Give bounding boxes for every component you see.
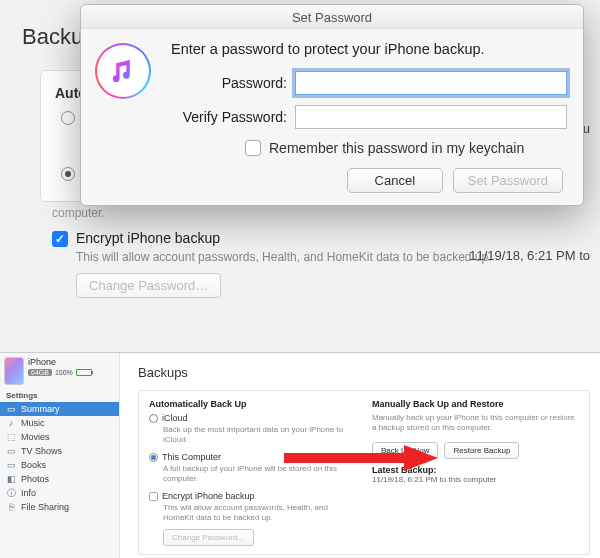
storage-badge: 64GB xyxy=(28,369,52,376)
summary-icon: ▭ xyxy=(6,404,16,414)
set-password-button[interactable]: Set Password xyxy=(453,168,563,193)
manual-backup-desc: Manually back up your iPhone to this com… xyxy=(372,413,579,434)
sidebar-item-info[interactable]: ⓘInfo xyxy=(0,486,119,500)
checkbox-icon xyxy=(245,140,261,156)
backups-heading: Backups xyxy=(138,365,590,380)
itunes-icon xyxy=(95,43,151,99)
latest-backup-time: 11/19/18, 6:21 PM to xyxy=(469,248,590,263)
latest-backup-text: 11/19/18, 6:21 PM to this computer xyxy=(372,475,497,484)
movies-icon: ⬚ xyxy=(6,432,16,442)
sidebar-item-label: Books xyxy=(21,460,46,470)
sidebar-item-music[interactable]: ♪Music xyxy=(0,416,119,430)
sidebar-item-label: Music xyxy=(21,418,45,428)
radio-icon xyxy=(149,414,158,423)
tv-shows-icon: ▭ xyxy=(6,446,16,456)
dialog-prompt: Enter a password to protect your iPhone … xyxy=(171,41,567,57)
verify-password-row: Verify Password: xyxy=(95,105,567,129)
latest-backup: Latest Backup: 11/19/18, 6:21 PM to this… xyxy=(372,465,579,484)
radio-icon xyxy=(61,111,75,125)
sidebar-item-label: Movies xyxy=(21,432,50,442)
manual-backup-column: Manually Back Up and Restore Manually ba… xyxy=(372,399,579,546)
set-password-dialog: Set Password Enter a password to protect… xyxy=(80,4,584,206)
sidebar-item-books[interactable]: ▭Books xyxy=(0,458,119,472)
this-computer-desc: A full backup of your iPhone will be sto… xyxy=(163,464,356,485)
encrypt-label: Encrypt iPhone backup xyxy=(76,230,220,246)
auto-backup-column: Automatically Back Up iCloud Back up the… xyxy=(149,399,356,546)
restore-backup-button[interactable]: Restore Backup xyxy=(444,442,519,459)
backups-card: Automatically Back Up iCloud Back up the… xyxy=(138,390,590,555)
device-thumbnail-icon xyxy=(4,357,24,385)
back-up-now-button[interactable]: Back Up Now xyxy=(372,442,438,459)
icloud-radio-row[interactable]: iCloud xyxy=(149,413,356,423)
sidebar-item-label: Info xyxy=(21,488,36,498)
sidebar: iPhone 64GB 100% Settings ▭Summary♪Music… xyxy=(0,353,120,558)
sidebar-item-file-sharing[interactable]: ⎘File Sharing xyxy=(0,500,119,514)
battery-percent: 100% xyxy=(55,369,73,376)
encrypt-desc: This will allow account passwords, Healt… xyxy=(163,503,356,524)
checkbox-icon xyxy=(149,492,158,501)
device-name: iPhone xyxy=(28,357,115,367)
sidebar-item-photos[interactable]: ◧Photos xyxy=(0,472,119,486)
music-icon: ♪ xyxy=(6,418,16,428)
clipped-text-computer: computer. xyxy=(52,206,588,220)
remember-keychain-label: Remember this password in my keychain xyxy=(269,140,524,156)
encrypt-checkbox-row[interactable]: Encrypt iPhone backup xyxy=(149,491,356,501)
radio-icon xyxy=(149,453,158,462)
sidebar-item-tv-shows[interactable]: ▭TV Shows xyxy=(0,444,119,458)
remember-keychain-row[interactable]: Remember this password in my keychain xyxy=(245,139,567,156)
change-password-button[interactable]: Change Password… xyxy=(163,529,254,546)
icloud-label: iCloud xyxy=(162,413,188,423)
device-header[interactable]: iPhone 64GB 100% xyxy=(0,353,119,387)
itunes-summary-window: iPhone 64GB 100% Settings ▭Summary♪Music… xyxy=(0,352,600,558)
info-icon: ⓘ xyxy=(6,488,16,498)
dialog-title: Set Password xyxy=(81,5,583,29)
main-content: Backups Automatically Back Up iCloud Bac… xyxy=(120,353,600,558)
encrypt-label: Encrypt iPhone backup xyxy=(162,491,255,501)
sidebar-item-label: Summary xyxy=(21,404,60,414)
password-row: Password: xyxy=(95,71,567,95)
verify-password-input[interactable] xyxy=(295,105,567,129)
password-input[interactable] xyxy=(295,71,567,95)
checkbox-checked-icon xyxy=(52,231,68,247)
sidebar-item-movies[interactable]: ⬚Movies xyxy=(0,430,119,444)
sidebar-item-label: Photos xyxy=(21,474,49,484)
encrypt-description: This will allow account passwords, Healt… xyxy=(76,249,506,265)
icloud-desc: Back up the most important data on your … xyxy=(163,425,356,446)
this-computer-label: This Computer xyxy=(162,452,221,462)
encrypt-checkbox-row[interactable]: Encrypt iPhone backup xyxy=(52,230,588,247)
file-sharing-icon: ⎘ xyxy=(6,502,16,512)
auto-backup-heading: Automatically Back Up xyxy=(149,399,356,409)
manual-backup-heading: Manually Back Up and Restore xyxy=(372,399,579,409)
battery-icon xyxy=(76,369,92,376)
cancel-button[interactable]: Cancel xyxy=(347,168,443,193)
sidebar-item-summary[interactable]: ▭Summary xyxy=(0,402,119,416)
radio-icon xyxy=(61,167,75,181)
settings-section-header: Settings xyxy=(0,387,119,402)
change-password-button[interactable]: Change Password… xyxy=(76,273,221,298)
sidebar-item-label: TV Shows xyxy=(21,446,62,456)
books-icon: ▭ xyxy=(6,460,16,470)
photos-icon: ◧ xyxy=(6,474,16,484)
latest-backup-heading: Latest Backup: xyxy=(372,465,437,475)
verify-password-label: Verify Password: xyxy=(95,109,295,125)
this-computer-radio-row[interactable]: This Computer xyxy=(149,452,356,462)
sidebar-item-label: File Sharing xyxy=(21,502,69,512)
